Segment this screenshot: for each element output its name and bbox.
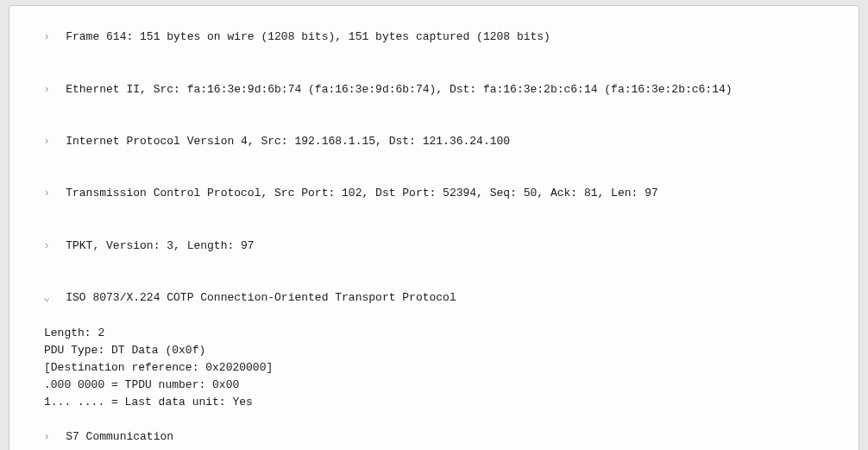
packet-details-pane[interactable]: ›Frame 614: 151 bytes on wire (1208 bits… xyxy=(9,5,859,450)
tree-item-cotp[interactable]: ⌄ISO 8073/X.224 COTP Connection-Oriented… xyxy=(13,272,855,324)
tree-item-s7[interactable]: ›S7 Communication xyxy=(13,411,855,450)
tree-label: .000 0000 = TPDU number: 0x00 xyxy=(44,378,239,391)
chevron-right-icon: › xyxy=(55,133,66,150)
tree-item-tcp[interactable]: ›Transmission Control Protocol, Src Port… xyxy=(13,168,855,219)
tree-label: Ethernet II, Src: fa:16:3e:9d:6b:74 (fa:… xyxy=(66,83,732,96)
tree-item-cotp-tpdunum[interactable]: .000 0000 = TPDU number: 0x00 xyxy=(41,377,855,394)
tree-label: Transmission Control Protocol, Src Port:… xyxy=(66,187,658,200)
chevron-down-icon: ⌄ xyxy=(55,289,66,307)
tree-item-cotp-dstref[interactable]: [Destination reference: 0x2020000] xyxy=(41,359,855,377)
chevron-right-icon: › xyxy=(55,428,66,446)
chevron-right-icon: › xyxy=(55,238,66,255)
tree-label: S7 Communication xyxy=(66,430,173,443)
tree-item-cotp-length[interactable]: Length: 2 xyxy=(41,325,855,342)
tree-label: TPKT, Version: 3, Length: 97 xyxy=(66,239,254,252)
tree-label: Internet Protocol Version 4, Src: 192.16… xyxy=(66,135,510,148)
tree-item-cotp-pdu[interactable]: PDU Type: DT Data (0x0f) xyxy=(41,342,855,359)
tree-label: Length: 2 xyxy=(44,326,104,339)
tree-children-cotp: Length: 2 PDU Type: DT Data (0x0f) [Dest… xyxy=(13,325,855,412)
tree-label: [Destination reference: 0x2020000] xyxy=(44,361,273,374)
tree-item-frame[interactable]: ›Frame 614: 151 bytes on wire (1208 bits… xyxy=(13,11,855,63)
chevron-right-icon: › xyxy=(55,185,66,202)
tree-item-ip[interactable]: ›Internet Protocol Version 4, Src: 192.1… xyxy=(13,116,855,168)
tree-label: ISO 8073/X.224 COTP Connection-Oriented … xyxy=(66,291,456,304)
chevron-right-icon: › xyxy=(55,29,66,46)
tree-label: PDU Type: DT Data (0x0f) xyxy=(44,344,205,357)
tree-item-ethernet[interactable]: ›Ethernet II, Src: fa:16:3e:9d:6b:74 (fa… xyxy=(13,63,855,115)
chevron-right-icon: › xyxy=(55,81,66,98)
tree-item-cotp-last[interactable]: 1... .... = Last data unit: Yes xyxy=(41,394,855,411)
tree-item-tpkt[interactable]: ›TPKT, Version: 3, Length: 97 xyxy=(13,220,855,272)
tree-label: Frame 614: 151 bytes on wire (1208 bits)… xyxy=(66,30,550,43)
tree-label: 1... .... = Last data unit: Yes xyxy=(44,396,253,409)
